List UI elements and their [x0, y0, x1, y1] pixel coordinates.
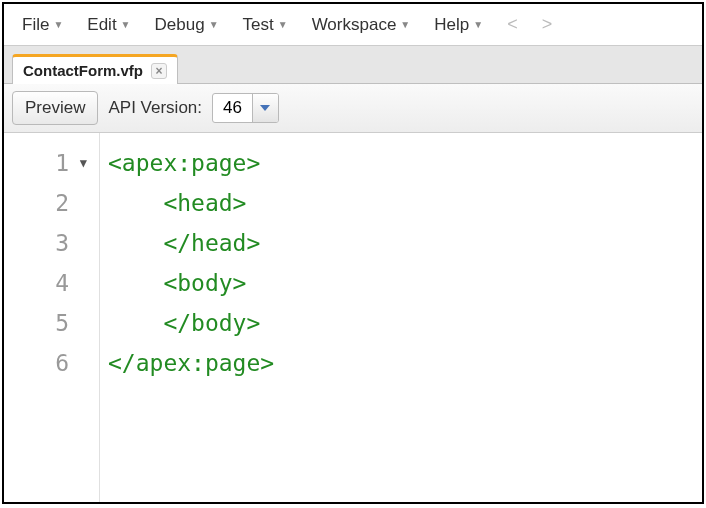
- chevron-down-icon[interactable]: [252, 94, 278, 122]
- caret-down-icon: ▼: [53, 19, 63, 30]
- menu-test[interactable]: Test ▼: [233, 11, 298, 39]
- toolbar: Preview API Version: 46: [4, 84, 702, 133]
- caret-down-icon: ▼: [400, 19, 410, 30]
- menu-edit[interactable]: Edit ▼: [77, 11, 140, 39]
- line-gutter: 1 ▼ 2 3 4 5 6: [4, 133, 100, 502]
- code-editor[interactable]: 1 ▼ 2 3 4 5 6 <apex:page> <head> </head: [4, 133, 702, 502]
- menu-workspace[interactable]: Workspace ▼: [302, 11, 421, 39]
- code-area[interactable]: <apex:page> <head> </head> <body> </body…: [100, 133, 702, 502]
- nav-next-button[interactable]: >: [532, 10, 563, 39]
- menu-debug-label: Debug: [155, 15, 205, 35]
- menu-file[interactable]: File ▼: [12, 11, 73, 39]
- nav-prev-button[interactable]: <: [497, 10, 528, 39]
- line-number-text: 3: [55, 230, 69, 256]
- editor-window: File ▼ Edit ▼ Debug ▼ Test ▼ Workspace ▼…: [2, 2, 704, 504]
- menu-file-label: File: [22, 15, 49, 35]
- line-number: 2: [4, 183, 89, 223]
- line-number: 5: [4, 303, 89, 343]
- code-line: </apex:page>: [108, 343, 694, 383]
- api-version-label: API Version:: [108, 98, 202, 118]
- menu-debug[interactable]: Debug ▼: [145, 11, 229, 39]
- caret-down-icon: ▼: [209, 19, 219, 30]
- api-version-value: 46: [213, 94, 252, 122]
- line-number-text: 2: [55, 190, 69, 216]
- line-number: 6: [4, 343, 89, 383]
- line-number: 1 ▼: [4, 143, 89, 183]
- menu-bar: File ▼ Edit ▼ Debug ▼ Test ▼ Workspace ▼…: [4, 4, 702, 46]
- code-line: <apex:page>: [108, 143, 694, 183]
- tab-contactform[interactable]: ContactForm.vfp ×: [12, 54, 178, 84]
- line-number-text: 4: [55, 270, 69, 296]
- code-line: <body>: [108, 263, 694, 303]
- code-line: </body>: [108, 303, 694, 343]
- caret-down-icon: ▼: [121, 19, 131, 30]
- caret-down-icon: ▼: [278, 19, 288, 30]
- code-line: </head>: [108, 223, 694, 263]
- line-number-text: 1: [55, 150, 69, 176]
- caret-down-icon: ▼: [473, 19, 483, 30]
- fold-toggle-icon[interactable]: ▼: [80, 143, 87, 183]
- line-number-text: 6: [55, 350, 69, 376]
- menu-workspace-label: Workspace: [312, 15, 397, 35]
- api-version-select[interactable]: 46: [212, 93, 279, 123]
- menu-help-label: Help: [434, 15, 469, 35]
- line-number-text: 5: [55, 310, 69, 336]
- close-icon[interactable]: ×: [151, 63, 167, 79]
- menu-help[interactable]: Help ▼: [424, 11, 493, 39]
- code-line: <head>: [108, 183, 694, 223]
- menu-edit-label: Edit: [87, 15, 116, 35]
- preview-button[interactable]: Preview: [12, 91, 98, 125]
- line-number: 3: [4, 223, 89, 263]
- tab-label: ContactForm.vfp: [23, 62, 143, 79]
- tab-strip: ContactForm.vfp ×: [4, 46, 702, 84]
- line-number: 4: [4, 263, 89, 303]
- menu-test-label: Test: [243, 15, 274, 35]
